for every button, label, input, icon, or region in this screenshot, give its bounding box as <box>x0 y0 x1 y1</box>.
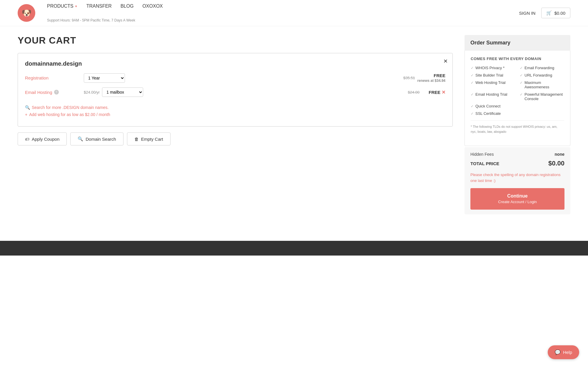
header: 🐶 PRODUCTS ▼ TRANSFER BLOG OXOXOX Suppor… <box>0 0 588 26</box>
free-domain-title: COMES FREE WITH EVERY DOMAIN <box>471 57 564 61</box>
check-icon: ✓ <box>520 66 523 70</box>
nav-products[interactable]: PRODUCTS ▼ <box>47 4 78 9</box>
feature-max-awesome: ✓ Maximum Awesomeness <box>520 80 564 89</box>
feature-email-hosting-trial: ✓ Email Hosting Trial <box>471 92 515 101</box>
header-left: 🐶 PRODUCTS ▼ TRANSFER BLOG OXOXOX Suppor… <box>18 4 163 22</box>
spelling-note: Please check the spelling of any domain … <box>470 172 564 183</box>
remove-item-button[interactable]: ✕ <box>443 58 448 64</box>
email-hosting-row: Email Hosting ? $24.00/yr 1 mailbox 2 ma… <box>25 87 445 97</box>
item-actions: 🔍 Search for more .DESIGN domain names. … <box>25 102 445 117</box>
info-icon: ? <box>54 90 59 95</box>
feature-site-builder: ✓ Site Builder Trial <box>471 73 515 77</box>
email-hosting-free: FREE ✕ <box>422 89 445 95</box>
check-icon: ✓ <box>471 81 474 85</box>
domain-search-button[interactable]: 🔍 Domain Search <box>70 132 123 145</box>
nav-links: PRODUCTS ▼ TRANSFER BLOG OXOXOX <box>47 4 163 9</box>
domain-search-link[interactable]: 🔍 Search for more .DESIGN domain names. <box>25 105 445 110</box>
feature-email-forwarding: ✓ Email Forwarding <box>520 66 564 70</box>
empty-cart-button[interactable]: 🗑 Empty Cart <box>127 132 171 145</box>
email-hosting-mailbox-select[interactable]: 1 mailbox 2 mailboxes 5 mailboxes <box>102 87 143 97</box>
nav-blog[interactable]: BLOG <box>121 4 133 9</box>
check-icon: ✓ <box>471 104 474 108</box>
check-icon: ✓ <box>471 66 474 70</box>
check-icon: ✓ <box>520 92 523 97</box>
feature-quick-connect: ✓ Quick Connect <box>471 104 515 108</box>
nav: PRODUCTS ▼ TRANSFER BLOG OXOXOX Support … <box>47 4 163 22</box>
nav-brand[interactable]: OXOXOX <box>142 4 163 9</box>
summary-header: Order Summary <box>465 35 570 51</box>
search-icon: 🔍 <box>25 105 30 110</box>
logo-circle: 🐶 <box>18 4 35 22</box>
logo[interactable]: 🐶 <box>18 4 35 22</box>
summary-fees: Hidden Fees none TOTAL PRICE $0.00 Pleas… <box>465 147 570 214</box>
registration-label: Registration <box>25 75 84 80</box>
feature-url-forwarding: ✓ URL Forwarding <box>520 73 564 77</box>
cart-item-domain: domainname.design <box>25 60 445 67</box>
feature-empty-2 <box>520 111 564 116</box>
features-grid: ✓ WHOIS Privacy * ✓ Email Forwarding ✓ S… <box>471 66 564 116</box>
apply-coupon-button[interactable]: 🏷 Apply Coupon <box>18 132 67 145</box>
registration-row: Registration 1 Year 2 Years 3 Years 5 Ye… <box>25 73 445 83</box>
feature-web-hosting: ✓ Web Hosting Trial <box>471 80 515 89</box>
summary-title: Order Summary <box>470 40 564 46</box>
support-text: Support Hours: 9AM - 5PM Pacific Time, 7… <box>47 18 135 22</box>
feature-whois: ✓ WHOIS Privacy * <box>471 66 515 70</box>
chevron-down-icon: ▼ <box>75 5 78 8</box>
registration-duration-select[interactable]: 1 Year 2 Years 3 Years 5 Years <box>84 73 125 83</box>
hidden-fees-row: Hidden Fees none <box>470 152 564 157</box>
logo-icon: 🐶 <box>21 8 32 18</box>
check-icon: ✓ <box>471 73 474 77</box>
cart-action-buttons: 🏷 Apply Coupon 🔍 Domain Search 🗑 Empty C… <box>18 132 453 145</box>
sign-in-button[interactable]: SIGN IN <box>519 11 536 16</box>
check-icon: ✓ <box>520 73 523 77</box>
remove-email-icon[interactable]: ✕ <box>442 90 445 95</box>
summary-body: COMES FREE WITH EVERY DOMAIN ✓ WHOIS Pri… <box>465 51 570 146</box>
footer-bar <box>0 241 588 256</box>
cart-icon: 🛒 <box>546 10 552 16</box>
cart-item-card: domainname.design ✕ Registration 1 Year … <box>18 53 453 127</box>
cart-button[interactable]: 🛒 $0.00 <box>541 8 570 18</box>
search-icon: 🔍 <box>78 136 83 142</box>
tag-icon: 🏷 <box>25 137 29 142</box>
page-title: YOUR CART <box>18 35 453 46</box>
header-right: SIGN IN 🛒 $0.00 <box>519 8 570 18</box>
continue-button[interactable]: Continue Create Account / Login <box>470 188 564 210</box>
total-value: $0.00 <box>548 160 564 167</box>
main-content: YOUR CART domainname.design ✕ Registrati… <box>0 26 588 223</box>
hidden-fees-value: none <box>555 152 564 157</box>
email-hosting-price: $24.00/yr <box>84 90 100 95</box>
total-label: TOTAL PRICE <box>470 161 499 166</box>
email-original-price: $24.00 <box>408 90 420 95</box>
check-icon: ✓ <box>471 92 474 97</box>
nav-transfer[interactable]: TRANSFER <box>86 4 112 9</box>
feature-management-console: ✓ Powerful Management Console <box>520 92 564 101</box>
registration-original-price: $35.51 <box>403 76 415 80</box>
order-summary: Order Summary COMES FREE WITH EVERY DOMA… <box>465 35 570 214</box>
feature-ssl: ✓ SSL Certificate <box>471 111 515 116</box>
whois-note: * The following TLDs do not support WHOI… <box>471 120 564 134</box>
hidden-fees-label: Hidden Fees <box>470 152 494 157</box>
cart-section: YOUR CART domainname.design ✕ Registrati… <box>18 35 453 145</box>
feature-empty-1 <box>520 104 564 108</box>
registration-price: FREE renews at $34.94 <box>417 73 445 83</box>
trash-icon: 🗑 <box>134 137 139 142</box>
email-hosting-label: Email Hosting ? <box>25 90 84 95</box>
check-icon: ✓ <box>520 81 523 85</box>
plus-icon: + <box>25 112 27 117</box>
check-icon: ✓ <box>471 112 474 116</box>
cart-total: $0.00 <box>554 11 565 16</box>
total-row: TOTAL PRICE $0.00 <box>470 160 564 167</box>
hosting-link[interactable]: + Add web hosting for as low as $2.00 / … <box>25 112 445 117</box>
